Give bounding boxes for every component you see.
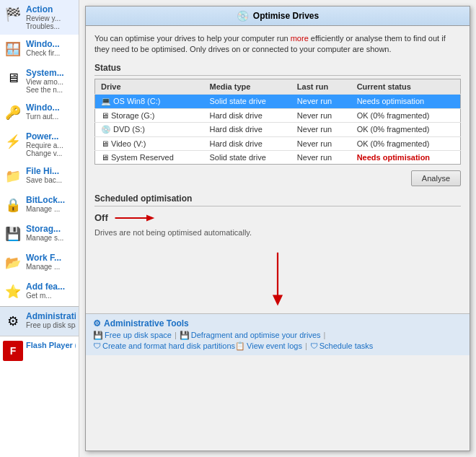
sidebar-work-folders-sub1: Manage ... <box>26 263 61 271</box>
sidebar-windows-act-sub1: Turn aut... <box>26 113 60 121</box>
sidebar-item-power[interactable]: ⚡ Power... Require a... Change v... <box>0 127 79 162</box>
storage-icon: 💾 <box>3 224 23 244</box>
drive-media-cell: Hard disk drive <box>204 122 291 136</box>
dialog-title: Optimise Drives <box>253 11 319 21</box>
drive-status-cell: Needs optimisation <box>351 150 461 164</box>
dialog-titlebar: 💿 Optimise Drives <box>86 6 470 26</box>
sidebar-storage-sub1: Manage s... <box>26 234 63 242</box>
sidebar-item-add-features[interactable]: ⭐ Add fea... Get m... <box>0 277 79 306</box>
drive-lastrun-cell: Never run <box>291 136 351 150</box>
link-event-logs[interactable]: 📋 View event logs <box>235 341 302 351</box>
drive-status-cell: OK (0% fragmented) <box>351 136 461 150</box>
admin-tools-title: ⚙ Administrative Tools <box>93 318 462 328</box>
col-lastrun: Last run <box>291 79 351 94</box>
red-right-arrow <box>114 211 157 225</box>
table-row[interactable]: 🖥System ReservedSolid state driveNever r… <box>95 150 461 164</box>
admin-tools-section: ⚙ Administrative Tools 💾 Free up disk sp… <box>86 313 470 355</box>
sidebar-file-history-title: File Hi... <box>26 166 62 176</box>
sidebar-item-system[interactable]: 🖥 System... View amo... See the n... <box>0 64 79 98</box>
highlight-more: more <box>291 34 309 43</box>
power-icon: ⚡ <box>3 131 23 152</box>
sidebar-system-sub2: See the n... <box>26 86 64 94</box>
link-defragment[interactable]: 💾 Defragment and optimise your drives <box>180 331 321 340</box>
scheduled-off-row: Off <box>94 211 461 225</box>
col-status: Current status <box>351 79 461 94</box>
admin-tools-links: 💾 Free up disk space | 💾 Defragment and … <box>93 331 462 351</box>
sidebar-system-sub1: View amo... <box>26 78 64 86</box>
sidebar-windows-update-sub1: Check fir... <box>26 49 60 57</box>
sidebar-admin-tools-sub1: Free up disk space <box>26 321 76 329</box>
drive-status-cell: OK (0% fragmented) <box>351 122 461 136</box>
bitlocker-icon: 🔒 <box>3 195 23 215</box>
analyse-button[interactable]: Analyse <box>411 170 461 186</box>
link-create-format[interactable]: 🛡 Create and format hard disk partitions <box>93 341 235 351</box>
sidebar-item-flash-player[interactable]: F Flash Player (32-bit) <box>0 336 79 365</box>
windows-update-icon: 🪟 <box>3 39 23 59</box>
table-row[interactable]: 💿DVD (S:)Hard disk driveNever runOK (0% … <box>95 122 461 136</box>
windows-activation-icon: 🔑 <box>3 103 23 123</box>
system-icon: 🖥 <box>3 68 23 88</box>
table-row[interactable]: 🖥Storage (G:)Hard disk driveNever runOK … <box>95 108 461 122</box>
work-folders-icon: 📂 <box>3 253 23 273</box>
sidebar-item-action[interactable]: 🏁 Action Review y... Troubles... <box>0 0 79 35</box>
table-row[interactable]: 🖥Video (V:)Hard disk driveNever runOK (0… <box>95 136 461 150</box>
sidebar-item-work-folders[interactable]: 📂 Work F... Manage ... <box>0 248 79 277</box>
drive-name-cell: 💻OS Win8 (C:) <box>95 94 204 108</box>
drives-table: Drive Media type Last run Current status… <box>94 79 461 165</box>
flash-player-icon: F <box>3 341 23 361</box>
sidebar-action-title: Action <box>26 4 61 14</box>
red-down-arrow <box>94 251 461 309</box>
svg-marker-1 <box>146 214 154 221</box>
drive-media-cell: Hard disk drive <box>204 108 291 122</box>
sidebar-item-storage[interactable]: 💾 Storag... Manage s... <box>0 219 79 248</box>
col-media: Media type <box>204 79 291 94</box>
separator-3: | <box>305 341 307 351</box>
main-area: 💿 Optimise Drives You can optimise your … <box>79 0 476 457</box>
drive-lastrun-cell: Never run <box>291 94 351 108</box>
separator-2: | <box>324 331 326 340</box>
sidebar-bitlocker-sub1: Manage ... <box>26 205 65 213</box>
table-row[interactable]: 💻OS Win8 (C:)Solid state driveNever runN… <box>95 94 461 108</box>
admin-tools-icon: ⚙ <box>93 318 101 328</box>
drive-name-cell: 🖥Video (V:) <box>95 136 204 150</box>
sidebar-action-sub1: Review y... <box>26 14 61 22</box>
sidebar-item-windows-update[interactable]: 🪟 Windo... Check fir... <box>0 35 79 64</box>
action-icon: 🏁 <box>3 4 23 25</box>
sidebar-item-bitlocker[interactable]: 🔒 BitLock... Manage ... <box>0 191 79 219</box>
sidebar-item-admin-tools[interactable]: ⚙ Administrative Tools Free up disk spac… <box>0 306 79 336</box>
drive-status-cell: Needs optimisation <box>351 94 461 108</box>
drive-lastrun-cell: Never run <box>291 150 351 164</box>
sidebar-power-sub2: Change v... <box>26 149 63 157</box>
sidebar-windows-update-title: Windo... <box>26 39 60 49</box>
analyse-row: Analyse <box>94 170 461 186</box>
dialog-description: You can optimise your drives to help you… <box>94 33 461 56</box>
optimise-drives-dialog: 💿 Optimise Drives You can optimise your … <box>85 6 470 451</box>
drive-lastrun-cell: Never run <box>291 122 351 136</box>
link-free-up-disk[interactable]: 💾 Free up disk space <box>93 331 172 340</box>
dialog-title-icon: 💿 <box>237 10 249 22</box>
sidebar-add-features-title: Add fea... <box>26 282 65 292</box>
drive-media-cell: Solid state drive <box>204 94 291 108</box>
dialog-body: You can optimise your drives to help you… <box>86 26 470 451</box>
sidebar-action-sub2: Troubles... <box>26 22 61 30</box>
drive-lastrun-cell: Never run <box>291 108 351 122</box>
scheduled-desc: Drives are not being optimised automatic… <box>94 228 461 237</box>
sidebar-item-file-history[interactable]: 📁 File Hi... Save bac... <box>0 162 79 191</box>
drive-media-cell: Solid state drive <box>204 150 291 164</box>
sidebar-item-windows-activation[interactable]: 🔑 Windo... Turn aut... <box>0 98 79 127</box>
sidebar-system-title: System... <box>26 68 64 78</box>
sidebar-storage-title: Storag... <box>26 224 63 234</box>
admin-tools-sidebar-icon: ⚙ <box>3 311 23 331</box>
sidebar-flash-title: Flash Player (32-bit) <box>26 341 76 349</box>
disk-cleanup-icon: 💾 <box>93 331 103 340</box>
sidebar-admin-tools-title: Administrative Tools <box>26 311 76 321</box>
file-history-icon: 📁 <box>3 166 23 186</box>
sidebar-bitlocker-title: BitLock... <box>26 195 65 205</box>
sidebar-power-sub1: Require a... <box>26 142 63 149</box>
sidebar-power-title: Power... <box>26 131 63 142</box>
link-schedule-tasks[interactable]: 🛡 Schedule tasks <box>310 341 374 351</box>
schedule-icon: 🛡 <box>310 341 318 350</box>
separator-1: | <box>175 331 177 340</box>
sidebar-work-folders-title: Work F... <box>26 253 61 263</box>
scheduled-label: Scheduled optimisation <box>94 193 461 206</box>
